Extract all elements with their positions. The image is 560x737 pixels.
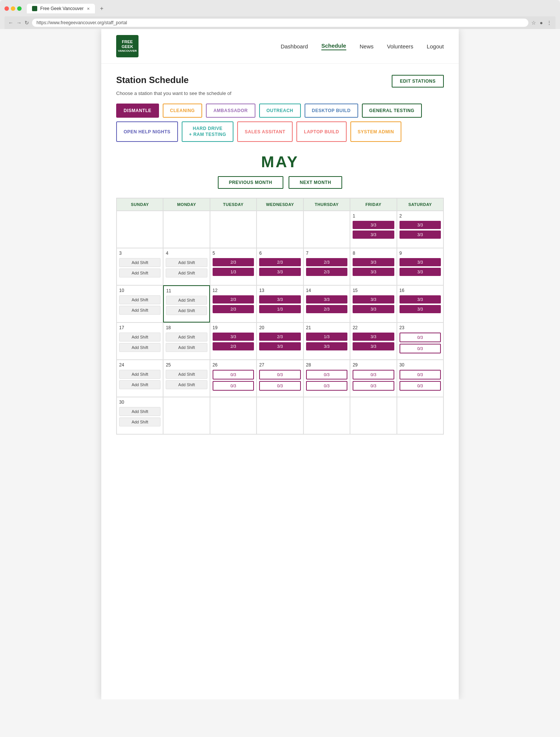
station-general-testing[interactable]: GENERAL TESTING bbox=[362, 104, 422, 118]
station-hard-drive[interactable]: HARD DRIVE+ RAM TESTING bbox=[182, 121, 234, 142]
shift-button[interactable]: 3/3 bbox=[306, 295, 347, 304]
tab-close-icon[interactable]: ✕ bbox=[87, 7, 90, 11]
browser-tab[interactable]: Free Geek Vancouver ✕ bbox=[27, 4, 95, 13]
add-shift-button[interactable]: Add Shift bbox=[166, 296, 207, 305]
shift-button[interactable]: 0/3 bbox=[400, 370, 441, 379]
menu-icon[interactable]: ⋮ bbox=[547, 20, 552, 26]
nav-volunteers[interactable]: Volunteers bbox=[387, 43, 413, 50]
shift-button[interactable]: 3/3 bbox=[306, 342, 347, 350]
shift-button[interactable]: 0/3 bbox=[400, 333, 441, 342]
shift-button[interactable]: 3/3 bbox=[400, 295, 441, 304]
maximize-button[interactable] bbox=[17, 6, 22, 11]
add-shift-button[interactable]: Add Shift bbox=[166, 380, 207, 389]
add-shift-button[interactable]: Add Shift bbox=[119, 258, 160, 267]
back-button[interactable]: ← bbox=[8, 20, 13, 26]
shift-button[interactable]: 2/3 bbox=[213, 342, 254, 350]
shift-button[interactable]: 3/3 bbox=[353, 342, 394, 350]
shift-button[interactable]: 3/3 bbox=[400, 221, 441, 229]
add-shift-button[interactable]: Add Shift bbox=[119, 333, 160, 342]
add-shift-button[interactable]: Add Shift bbox=[119, 417, 160, 426]
top-nav: FREE GEEK VANCOUVER Dashboard Schedule N… bbox=[101, 29, 459, 64]
station-dismantle[interactable]: DISMANTLE bbox=[116, 104, 159, 118]
add-shift-button[interactable]: Add Shift bbox=[166, 370, 207, 379]
shift-button[interactable]: 2/3 bbox=[213, 305, 254, 313]
station-laptop-build[interactable]: LAPTOP BUILD bbox=[296, 121, 346, 142]
station-open-help[interactable]: OPEN HELP NIGHTS bbox=[116, 121, 178, 142]
shift-button[interactable]: 0/3 bbox=[353, 370, 394, 379]
add-shift-button[interactable]: Add Shift bbox=[119, 343, 160, 352]
cal-date: 23 bbox=[400, 325, 441, 330]
station-desktop-build[interactable]: DESKTOP BUILD bbox=[305, 104, 358, 118]
account-icon[interactable]: ● bbox=[540, 20, 543, 26]
shift-button[interactable]: 3/3 bbox=[353, 268, 394, 276]
add-shift-button[interactable]: Add Shift bbox=[166, 333, 207, 342]
shift-button[interactable]: 3/3 bbox=[400, 231, 441, 239]
main-content: Station Schedule EDIT STATIONS Choose a … bbox=[101, 64, 459, 446]
shift-button[interactable]: 3/3 bbox=[400, 258, 441, 266]
station-ambassador[interactable]: AMBASSADOR bbox=[206, 104, 255, 118]
shift-button[interactable]: 2/3 bbox=[306, 268, 347, 276]
shift-button[interactable]: 0/3 bbox=[213, 381, 254, 391]
shift-button[interactable]: 1/3 bbox=[213, 268, 254, 276]
shift-button[interactable]: 2/3 bbox=[306, 258, 347, 266]
shift-button[interactable]: 3/3 bbox=[213, 333, 254, 341]
shift-button[interactable]: 2/3 bbox=[259, 333, 300, 341]
nav-schedule[interactable]: Schedule bbox=[321, 42, 346, 50]
star-icon[interactable]: ☆ bbox=[531, 20, 536, 26]
station-cleaning[interactable]: CLEANING bbox=[163, 104, 203, 118]
calendar-section: MAY PREVIOUS MONTH NEXT MONTH SUNDAY MON… bbox=[116, 153, 444, 435]
shift-button[interactable]: 2/3 bbox=[213, 258, 254, 266]
shift-button[interactable]: 0/3 bbox=[259, 381, 300, 391]
forward-button[interactable]: → bbox=[16, 20, 22, 26]
nav-dashboard[interactable]: Dashboard bbox=[281, 43, 308, 50]
shift-button[interactable]: 2/3 bbox=[306, 305, 347, 313]
shift-button[interactable]: 3/3 bbox=[400, 268, 441, 276]
shift-button[interactable]: 3/3 bbox=[259, 295, 300, 304]
shift-button[interactable]: 0/3 bbox=[353, 381, 394, 391]
url-box[interactable]: https://www.freegeevancouver.org/staff_p… bbox=[32, 19, 528, 27]
close-button[interactable] bbox=[4, 6, 9, 11]
add-shift-button[interactable]: Add Shift bbox=[119, 295, 160, 304]
shift-button[interactable]: 2/3 bbox=[213, 295, 254, 304]
add-shift-button[interactable]: Add Shift bbox=[119, 380, 160, 389]
shift-button[interactable]: 1/3 bbox=[306, 333, 347, 341]
shift-button[interactable]: 0/3 bbox=[306, 381, 347, 391]
shift-button[interactable]: 0/3 bbox=[306, 370, 347, 379]
add-shift-button[interactable]: Add Shift bbox=[119, 306, 160, 315]
station-system-admin[interactable]: SYSTEM ADMIN bbox=[350, 121, 402, 142]
shift-button[interactable]: 3/3 bbox=[353, 231, 394, 239]
nav-logout[interactable]: Logout bbox=[427, 43, 444, 50]
station-sales[interactable]: SALES ASSITANT bbox=[237, 121, 293, 142]
shift-button[interactable]: 3/3 bbox=[353, 258, 394, 266]
add-shift-button[interactable]: Add Shift bbox=[166, 269, 207, 277]
edit-stations-button[interactable]: EDIT STATIONS bbox=[392, 75, 444, 88]
add-shift-button[interactable]: Add Shift bbox=[119, 407, 160, 416]
station-outreach[interactable]: OUTREACH bbox=[259, 104, 301, 118]
shift-button[interactable]: 3/3 bbox=[259, 268, 300, 276]
prev-month-button[interactable]: PREVIOUS MONTH bbox=[218, 176, 283, 189]
shift-button[interactable]: 3/3 bbox=[353, 305, 394, 313]
shift-button[interactable]: 3/3 bbox=[259, 342, 300, 350]
nav-news[interactable]: News bbox=[360, 43, 374, 50]
add-shift-button[interactable]: Add Shift bbox=[166, 343, 207, 352]
shift-button[interactable]: 3/3 bbox=[353, 295, 394, 304]
cal-date: 10 bbox=[119, 288, 160, 293]
shift-button[interactable]: 0/3 bbox=[259, 370, 300, 379]
shift-button[interactable]: 0/3 bbox=[400, 381, 441, 391]
next-month-button[interactable]: NEXT MONTH bbox=[289, 176, 342, 189]
shift-button[interactable]: 3/3 bbox=[353, 333, 394, 341]
add-shift-button[interactable]: Add Shift bbox=[119, 269, 160, 277]
day-header-sunday: SUNDAY bbox=[117, 198, 163, 211]
shift-button[interactable]: 1/3 bbox=[259, 305, 300, 313]
add-shift-button[interactable]: Add Shift bbox=[166, 306, 207, 315]
add-shift-button[interactable]: Add Shift bbox=[166, 258, 207, 267]
new-tab-button[interactable]: + bbox=[97, 4, 106, 13]
shift-button[interactable]: 0/3 bbox=[213, 370, 254, 379]
minimize-button[interactable] bbox=[11, 6, 15, 11]
shift-button[interactable]: 2/3 bbox=[259, 258, 300, 266]
add-shift-button[interactable]: Add Shift bbox=[119, 370, 160, 379]
shift-button[interactable]: 3/3 bbox=[353, 221, 394, 229]
shift-button[interactable]: 0/3 bbox=[400, 344, 441, 353]
reload-button[interactable]: ↻ bbox=[25, 20, 29, 26]
shift-button[interactable]: 3/3 bbox=[400, 305, 441, 313]
